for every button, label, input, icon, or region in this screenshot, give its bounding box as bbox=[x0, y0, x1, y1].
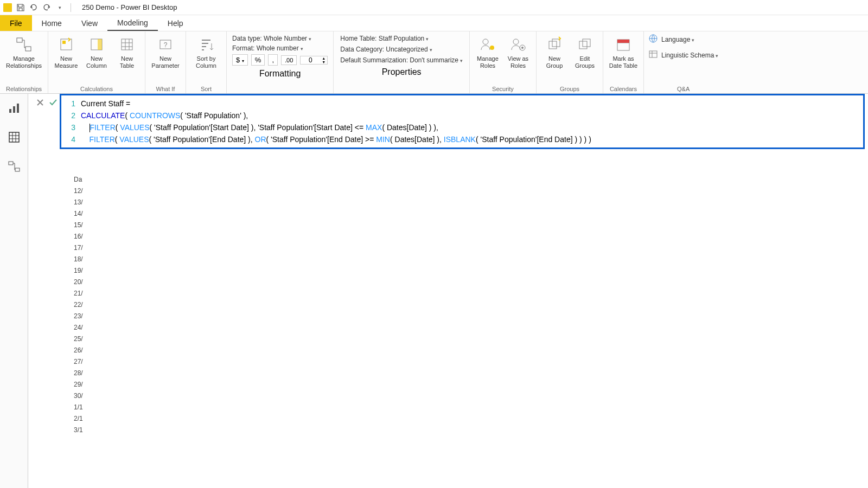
tab-modeling[interactable]: Modeling bbox=[107, 15, 158, 31]
save-icon[interactable] bbox=[16, 3, 25, 12]
grid-row: 15/ bbox=[72, 221, 99, 232]
model-view-tab[interactable] bbox=[5, 158, 23, 175]
home-table-dropdown[interactable]: Home Table: Staff Population bbox=[340, 35, 429, 42]
grid-row: 27/ bbox=[72, 357, 99, 369]
format-dropdown[interactable]: Format: Whole number bbox=[232, 44, 303, 52]
svg-point-11 bbox=[513, 39, 519, 44]
svg-rect-17 bbox=[583, 39, 590, 47]
manage-relationships-label: Manage Relationships bbox=[6, 55, 42, 69]
svg-point-10 bbox=[490, 46, 494, 50]
grid-row: 20/ bbox=[72, 278, 99, 289]
tab-home[interactable]: Home bbox=[32, 15, 72, 31]
grid-row: 1/1 bbox=[72, 403, 99, 414]
grid-row: 30/ bbox=[72, 391, 99, 403]
svg-rect-24 bbox=[17, 104, 19, 113]
grid-row: 12/ bbox=[72, 187, 99, 198]
svg-rect-25 bbox=[9, 132, 19, 142]
group-calendars-label: Calendars bbox=[610, 86, 637, 92]
group-qa: Language Linguistic Schema Q&A bbox=[644, 31, 723, 93]
grid-row: 29/ bbox=[72, 380, 99, 391]
report-view-tab[interactable] bbox=[5, 99, 23, 117]
grid-header-2: Da bbox=[72, 175, 99, 187]
redo-icon[interactable] bbox=[42, 3, 51, 12]
group-formatting-label: Formatting bbox=[232, 69, 328, 79]
group-formatting: Data type: Whole Number Format: Whole nu… bbox=[227, 31, 334, 93]
edit-groups-button[interactable]: Edit Groups bbox=[571, 34, 598, 70]
titlebar: ▾ 250 Demo - Power BI Desktop bbox=[0, 0, 868, 15]
group-groups-label: Groups bbox=[560, 86, 579, 92]
svg-rect-21 bbox=[649, 51, 657, 57]
group-relationships: Manage Relationships Relationships bbox=[0, 31, 48, 93]
percent-button[interactable]: % bbox=[251, 54, 265, 66]
grid-row: 21/ bbox=[72, 289, 99, 300]
formula-cancel-button[interactable] bbox=[34, 96, 47, 109]
new-measure-button[interactable]: New Measure bbox=[53, 34, 80, 70]
formula-confirm-button[interactable] bbox=[47, 96, 60, 109]
svg-text:?: ? bbox=[164, 41, 168, 49]
new-parameter-button[interactable]: ? New Parameter bbox=[150, 34, 181, 70]
group-properties-label: Properties bbox=[340, 67, 463, 77]
group-calculations: New Measure New Column New Table Calcula… bbox=[48, 31, 145, 93]
svg-point-9 bbox=[483, 39, 488, 44]
undo-icon[interactable] bbox=[29, 3, 38, 12]
group-sort-label: Sort bbox=[201, 86, 212, 92]
decimal-button[interactable]: .00 bbox=[281, 55, 297, 65]
svg-rect-27 bbox=[15, 168, 20, 171]
svg-point-13 bbox=[521, 47, 524, 49]
language-dropdown[interactable]: Language bbox=[661, 36, 694, 43]
column-icon bbox=[87, 35, 106, 54]
grid-row: 2/1 bbox=[72, 414, 99, 426]
grid-row: 16/ bbox=[72, 232, 99, 243]
data-view-tab[interactable] bbox=[5, 129, 23, 146]
mark-date-table-button[interactable]: Mark as Date Table bbox=[608, 34, 639, 70]
svg-rect-22 bbox=[9, 109, 11, 113]
format-controls: $ ▾ % , .00 ▲▼ bbox=[232, 54, 328, 66]
tab-help[interactable]: Help bbox=[158, 15, 193, 31]
decimals-spinner[interactable]: ▲▼ bbox=[300, 56, 328, 65]
currency-button[interactable]: $ ▾ bbox=[232, 54, 248, 66]
group-whatif: ? New Parameter What If bbox=[145, 31, 186, 93]
svg-rect-15 bbox=[552, 39, 560, 47]
relationships-icon bbox=[14, 35, 34, 54]
formula-line-4: FILTER( VALUES( 'Staff Population'[End D… bbox=[81, 133, 591, 145]
formula-line-3: FILTER( VALUES( 'Staff Population'[Start… bbox=[81, 121, 438, 133]
menu-tabs: File Home View Modeling Help bbox=[0, 15, 868, 31]
datatype-dropdown[interactable]: Data type: Whole Number bbox=[232, 35, 311, 42]
sort-by-column-button[interactable]: Sort by Column bbox=[190, 34, 222, 70]
tab-file[interactable]: File bbox=[0, 15, 32, 31]
decimals-input[interactable] bbox=[301, 56, 320, 64]
measure-icon bbox=[56, 35, 76, 54]
formula-editor[interactable]: 1Current Staff = 2CALCULATE( COUNTROWS( … bbox=[60, 94, 865, 149]
manage-roles-icon bbox=[478, 35, 497, 54]
svg-rect-3 bbox=[62, 41, 66, 44]
group-security-label: Security bbox=[492, 86, 514, 92]
qat-dropdown-icon[interactable]: ▾ bbox=[55, 3, 64, 12]
tab-view[interactable]: View bbox=[72, 15, 107, 31]
new-group-icon bbox=[545, 35, 564, 54]
new-group-button[interactable]: New Group bbox=[541, 34, 568, 70]
svg-rect-16 bbox=[579, 41, 587, 49]
svg-rect-0 bbox=[17, 38, 22, 42]
manage-relationships-button[interactable]: Manage Relationships bbox=[4, 34, 43, 70]
view-as-roles-button[interactable]: View as Roles bbox=[505, 34, 532, 70]
svg-rect-14 bbox=[549, 41, 557, 49]
group-calculations-label: Calculations bbox=[80, 86, 113, 92]
view-switcher bbox=[0, 94, 28, 488]
schema-icon bbox=[648, 49, 658, 61]
data-category-dropdown[interactable]: Data Category: Uncategorized bbox=[340, 46, 432, 53]
quick-access-toolbar: ▾ bbox=[3, 3, 73, 12]
linguistic-schema-dropdown[interactable]: Linguistic Schema bbox=[661, 52, 718, 59]
new-table-button[interactable]: New Table bbox=[113, 34, 141, 70]
new-column-button[interactable]: New Column bbox=[83, 34, 110, 70]
svg-rect-23 bbox=[13, 106, 15, 113]
manage-roles-button[interactable]: Manage Roles bbox=[474, 34, 501, 70]
svg-rect-5 bbox=[98, 39, 102, 50]
thousands-button[interactable]: , bbox=[268, 54, 278, 66]
grid-row: 17/ bbox=[72, 243, 99, 255]
grid-row: 28/ bbox=[72, 369, 99, 380]
group-whatif-label: What If bbox=[156, 86, 175, 92]
grid-row: 14/ bbox=[72, 209, 99, 221]
group-relationships-label: Relationships bbox=[6, 86, 42, 92]
summarization-dropdown[interactable]: Default Summarization: Don't summarize bbox=[340, 56, 463, 64]
grid-row: 25/ bbox=[72, 335, 99, 346]
